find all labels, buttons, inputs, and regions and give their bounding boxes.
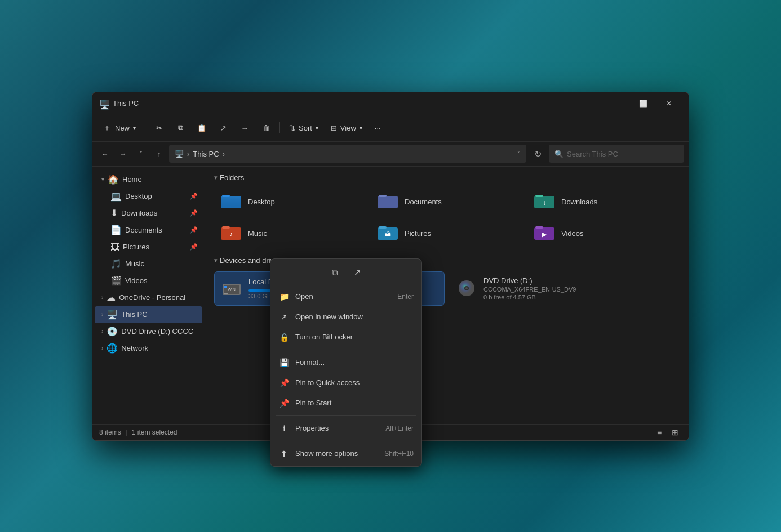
sidebar-item-thispc[interactable]: › 🖥️ This PC: [95, 306, 202, 323]
share-icon: ↗: [220, 124, 227, 132]
refresh-button[interactable]: ↻: [529, 145, 547, 163]
onedrive-icon: ☁: [106, 292, 116, 303]
paste-button[interactable]: 📋: [192, 118, 212, 137]
context-menu-open[interactable]: 📁 Open Enter: [273, 287, 419, 307]
folder-music[interactable]: ♪ Music: [214, 220, 366, 247]
music-label: Music: [125, 260, 144, 268]
forward-button[interactable]: →: [115, 146, 131, 162]
path-dropdown-icon: ˅: [517, 150, 521, 158]
context-menu: ⧉ ↗ 📁 Open Enter ↗ Open in new window 🔒 …: [270, 258, 422, 467]
up-button[interactable]: ↑: [151, 146, 167, 162]
drive-d-info: DVD Drive (D:) CCCOMA_X64FRE_EN-US_DV9 0…: [483, 276, 576, 301]
share-button[interactable]: ↗: [213, 118, 233, 137]
sidebar-item-documents[interactable]: 📄 Documents 📌: [95, 222, 202, 239]
view-button[interactable]: ⊞ View ▾: [325, 118, 368, 137]
home-label: Home: [122, 175, 142, 184]
drive-c-icon: WIN: [220, 277, 243, 299]
context-share-icon: ↗: [354, 267, 361, 278]
view-toggle: ≡ ⊞: [653, 426, 682, 439]
show-more-shortcut: Shift+F10: [384, 450, 414, 458]
maximize-button[interactable]: ⬜: [630, 95, 656, 113]
svg-rect-6: [535, 195, 543, 197]
sidebar-item-videos[interactable]: 🎬 Videos: [95, 272, 202, 289]
window-controls: — ⬜ ✕: [604, 95, 682, 113]
open-new-icon: ↗: [278, 312, 290, 321]
context-menu-show-more[interactable]: ⬆ Show more options Shift+F10: [273, 444, 419, 464]
svg-text:♪: ♪: [229, 230, 233, 238]
cut-button[interactable]: ✂: [149, 118, 169, 137]
view-icon: ⊞: [331, 124, 337, 132]
sort-chevron-icon: ▾: [316, 125, 318, 131]
show-more-icon: ⬆: [278, 449, 290, 458]
recent-locations-button[interactable]: ˅: [133, 146, 149, 162]
svg-text:↓: ↓: [543, 199, 546, 207]
desktop-pin-icon: 📌: [190, 193, 198, 200]
sidebar-item-desktop[interactable]: 💻 Desktop 📌: [95, 188, 202, 205]
search-bar[interactable]: 🔍 Search This PC: [549, 145, 684, 163]
folder-downloads[interactable]: ↓ Downloads: [527, 189, 680, 216]
context-copy-button[interactable]: ⧉: [326, 265, 344, 280]
svg-rect-2: [222, 195, 230, 197]
folder-documents[interactable]: Documents: [371, 189, 523, 216]
videos-folder-icon: ▶: [533, 225, 556, 243]
folder-pictures[interactable]: 🏔 Pictures: [371, 220, 523, 247]
documents-folder-icon: [376, 193, 399, 211]
videos-icon: 🎬: [110, 275, 122, 286]
music-folder-icon: ♪: [220, 225, 242, 243]
path-text: This PC: [193, 150, 219, 158]
drive-d-sub1: CCCOMA_X64FRE_EN-US_DV9: [483, 286, 576, 293]
format-icon: 💾: [278, 358, 290, 367]
sidebar-item-pictures[interactable]: 🖼 Pictures 📌: [95, 239, 202, 256]
sidebar-item-dvddrive[interactable]: › 💿 DVD Drive (D:) CCCC: [95, 323, 202, 340]
context-menu-format[interactable]: 💾 Format...: [273, 352, 419, 373]
new-button[interactable]: ＋ New ▾: [97, 118, 141, 137]
sidebar-item-home[interactable]: ▾ 🏠 Home: [95, 171, 202, 188]
sidebar-item-downloads[interactable]: ⬇ Downloads 📌: [95, 205, 202, 222]
context-menu-properties[interactable]: ℹ Properties Alt+Enter: [273, 418, 419, 439]
list-view-button[interactable]: ≡: [653, 426, 666, 439]
sidebar-item-music[interactable]: 🎵 Music: [95, 256, 202, 272]
folder-videos[interactable]: ▶ Videos: [527, 220, 680, 247]
svg-rect-3: [378, 196, 398, 208]
svg-text:🏔: 🏔: [385, 231, 391, 238]
sidebar-item-network[interactable]: › 🌐 Network: [95, 340, 202, 357]
dvd-icon: 💿: [106, 326, 118, 337]
delete-button[interactable]: 🗑: [256, 118, 276, 137]
folders-section-label: ▾ Folders: [214, 173, 680, 182]
context-menu-pin-quick[interactable]: 📌 Pin to Quick access: [273, 373, 419, 393]
sidebar: ▾ 🏠 Home 💻 Desktop 📌 ⬇ Downloads 📌 📄 Doc…: [92, 167, 205, 424]
desktop-folder-icon: [220, 193, 242, 211]
home-icon: 🏠: [108, 174, 119, 185]
tiles-view-button[interactable]: ⊞: [668, 426, 682, 439]
thispc-icon: 🖥️: [106, 309, 118, 320]
open-icon: 📁: [278, 292, 290, 301]
context-menu-pin-start[interactable]: 📌 Pin to Start: [273, 393, 419, 413]
folder-desktop[interactable]: Desktop: [214, 189, 366, 216]
context-share-button[interactable]: ↗: [348, 265, 366, 280]
path-separator-2: ›: [223, 150, 225, 158]
toolbar-separator-1: [145, 122, 145, 133]
context-menu-sep-1: [276, 350, 416, 350]
close-button[interactable]: ✕: [656, 95, 682, 113]
network-expand-icon: ›: [101, 345, 103, 351]
address-path[interactable]: 🖥️ › This PC › ˅: [169, 145, 526, 163]
window-title: This PC: [113, 99, 604, 108]
minimize-button[interactable]: —: [604, 95, 630, 113]
context-menu-bitlocker[interactable]: 🔒 Turn on BitLocker: [273, 327, 419, 347]
copy-button[interactable]: ⧉: [170, 118, 190, 137]
bitlocker-label: Turn on BitLocker: [295, 333, 353, 341]
context-menu-open-new-window[interactable]: ↗ Open in new window: [273, 307, 419, 327]
view-chevron-icon: ▾: [360, 125, 362, 131]
more-button[interactable]: ···: [369, 118, 387, 137]
sort-button[interactable]: ⇅ Sort ▾: [283, 118, 324, 137]
search-icon: 🔍: [554, 150, 563, 158]
back-button[interactable]: ←: [97, 146, 113, 162]
drive-d[interactable]: DVD Drive (D:) CCCOMA_X64FRE_EN-US_DV9 0…: [449, 271, 680, 306]
drive-d-icon: [455, 277, 478, 299]
move-icon: →: [241, 124, 248, 132]
pin-quick-label: Pin to Quick access: [295, 378, 360, 387]
move-button[interactable]: →: [234, 118, 255, 137]
pin-quick-icon: 📌: [278, 378, 290, 387]
downloads-folder-icon: ↓: [533, 193, 556, 211]
sidebar-item-onedrive[interactable]: › ☁ OneDrive - Personal: [95, 289, 202, 306]
